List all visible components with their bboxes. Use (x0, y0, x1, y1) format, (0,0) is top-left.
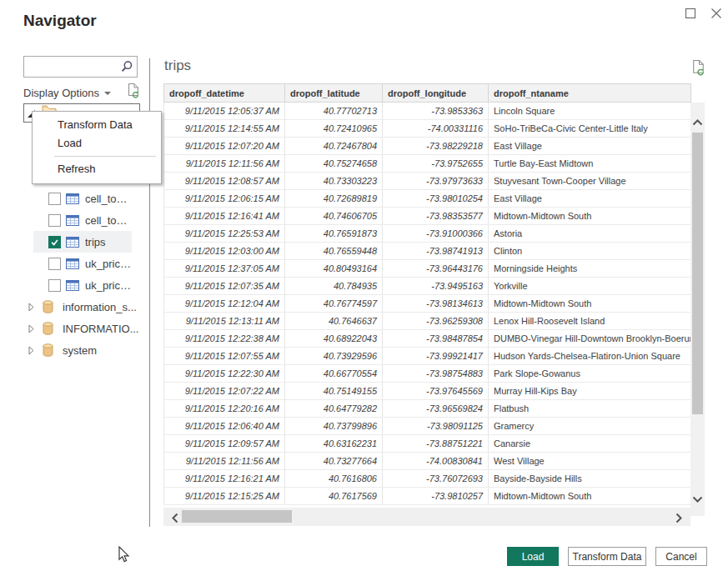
context-menu: Transform Data Load Refresh (32, 111, 162, 184)
table-row: 9/11/2015 12:20:16 AM 40.64779282 -73.96… (164, 400, 691, 418)
cell-dropoff-ntaname: Yorkville (489, 278, 691, 295)
table-icon (66, 258, 79, 269)
cell-dropoff-latitude: 40.73303223 (285, 173, 383, 190)
refresh-preview-icon[interactable] (692, 59, 705, 80)
cell-dropoff-longitude: -73.96259308 (383, 313, 489, 330)
maximize-icon[interactable] (684, 7, 697, 20)
cell-dropoff-datetime: 9/11/2015 12:07:55 AM (164, 348, 285, 365)
table-row: 9/11/2015 12:07:20 AM 40.72467804 -73.98… (164, 138, 691, 155)
checkbox[interactable] (48, 279, 61, 292)
cell-dropoff-datetime: 9/11/2015 12:06:40 AM (164, 418, 285, 435)
cell-dropoff-longitude: -73.97645569 (383, 383, 489, 400)
cell-dropoff-latitude: 40.7646637 (285, 313, 383, 330)
table-row: 9/11/2015 12:11:56 AM 40.73277664 -74.00… (164, 453, 691, 470)
chevron-expand-icon[interactable] (28, 303, 34, 312)
tree-item-label: uk_price_... (85, 279, 132, 292)
cell-dropoff-latitude: 40.76591873 (285, 225, 383, 243)
tree-item-database[interactable]: INFORMATIO... (23, 318, 142, 339)
chevron-expand-icon[interactable] (28, 324, 34, 333)
cell-dropoff-ntaname: SoHo-TriBeCa-Civic Center-Little Italy (489, 120, 691, 138)
table-row: 9/11/2015 12:03:00 AM 40.76559448 -73.98… (164, 243, 691, 260)
database-icon (43, 300, 53, 313)
tree-item-table[interactable]: cell_towe... (33, 188, 132, 209)
vertical-scrollbar-thumb[interactable] (692, 133, 703, 414)
tree-item-label: INFORMATIO... (63, 323, 138, 335)
display-options-dropdown[interactable]: Display Options (23, 87, 111, 99)
tree-item-database[interactable]: system (23, 339, 142, 361)
cell-dropoff-longitude: -73.9752655 (383, 155, 489, 173)
chevron-expand-icon[interactable] (28, 346, 34, 355)
tree-item-label: system (63, 344, 97, 357)
cell-dropoff-ntaname: Canarsie (489, 435, 691, 453)
cell-dropoff-ntaname: Stuyvesant Town-Cooper Village (489, 173, 691, 190)
scroll-down-icon[interactable] (692, 491, 703, 506)
cell-dropoff-ntaname: East Village (489, 138, 691, 155)
cell-dropoff-ntaname: Clinton (489, 243, 691, 260)
search-icon[interactable] (120, 60, 133, 73)
cell-dropoff-latitude: 40.7616806 (285, 470, 383, 488)
navigator-dialog: Navigator Display Options (0, 0, 728, 576)
table-icon (66, 280, 79, 291)
table-header-row: dropoff_datetime dropoff_latitude dropof… (164, 84, 691, 103)
cell-dropoff-ntaname: Morningside Heights (489, 260, 691, 278)
scroll-right-icon[interactable] (675, 512, 682, 527)
cell-dropoff-longitude: -73.96443176 (383, 260, 489, 278)
refresh-source-icon[interactable] (128, 83, 140, 103)
cell-dropoff-datetime: 9/11/2015 12:11:56 AM (164, 155, 285, 173)
vertical-scrollbar[interactable] (690, 103, 705, 516)
tree-item-database[interactable]: information_s... (23, 296, 142, 318)
table-row: 9/11/2015 12:12:04 AM 40.76774597 -73.98… (164, 295, 691, 313)
tree-item-table[interactable]: uk_price_... (33, 274, 132, 296)
cell-dropoff-datetime: 9/11/2015 12:08:57 AM (164, 173, 285, 190)
column-header-dropoff-datetime[interactable]: dropoff_datetime (164, 84, 285, 103)
cell-dropoff-latitude: 40.63162231 (285, 435, 383, 453)
menu-item-load[interactable]: Load (33, 134, 161, 153)
column-header-dropoff-ntaname[interactable]: dropoff_ntaname (489, 84, 691, 103)
tree-item-table[interactable]: cell_towe... (33, 209, 132, 231)
preview-table: dropoff_datetime dropoff_latitude dropof… (163, 83, 691, 505)
cell-dropoff-longitude: -73.9495163 (383, 278, 489, 295)
horizontal-scrollbar-thumb[interactable] (182, 510, 292, 523)
cell-dropoff-longitude: -73.98754883 (383, 365, 489, 383)
checkbox[interactable] (48, 214, 61, 227)
cell-dropoff-longitude: -73.98134613 (383, 295, 489, 313)
search-box[interactable] (23, 56, 138, 78)
cell-dropoff-datetime: 9/11/2015 12:13:11 AM (164, 313, 285, 330)
cell-dropoff-latitude: 40.7617569 (285, 488, 383, 505)
checkbox[interactable] (48, 236, 61, 248)
cell-dropoff-latitude: 40.75149155 (285, 383, 383, 400)
close-icon[interactable] (710, 7, 723, 20)
table-row: 9/11/2015 12:15:25 AM 40.7617569 -73.981… (164, 488, 691, 505)
cell-dropoff-ntaname: Murray Hill-Kips Bay (489, 383, 691, 400)
checkbox[interactable] (48, 258, 61, 270)
tree-item-table[interactable]: uk_price_... (33, 253, 132, 274)
cell-dropoff-longitude: -73.98229218 (383, 138, 489, 155)
search-input[interactable] (24, 59, 120, 74)
cell-dropoff-longitude: -73.98091125 (383, 418, 489, 435)
menu-separator (54, 156, 156, 157)
cell-dropoff-longitude: -73.9810257 (383, 488, 489, 505)
preview-table-body: 9/11/2015 12:05:37 AM 40.77702713 -73.98… (164, 103, 691, 505)
table-row: 9/11/2015 12:22:38 AM 40.68922043 -73.98… (164, 330, 691, 348)
cell-dropoff-ntaname: Astoria (489, 225, 691, 243)
cell-dropoff-latitude: 40.73277664 (285, 453, 383, 470)
cell-dropoff-datetime: 9/11/2015 12:22:38 AM (164, 330, 285, 348)
tree-item-label: cell_towe... (85, 193, 132, 205)
cell-dropoff-datetime: 9/11/2015 12:16:41 AM (164, 208, 285, 225)
tree-item-table[interactable]: trips (33, 231, 132, 253)
menu-item-refresh[interactable]: Refresh (33, 160, 161, 178)
transform-data-button[interactable]: Transform Data (568, 547, 646, 566)
horizontal-scrollbar[interactable] (163, 508, 690, 526)
cell-dropoff-datetime: 9/11/2015 12:22:30 AM (164, 365, 285, 383)
scroll-up-icon[interactable] (692, 114, 703, 129)
column-header-dropoff-longitude[interactable]: dropoff_longitude (383, 84, 489, 103)
cancel-button[interactable]: Cancel (655, 547, 707, 566)
load-button[interactable]: Load (507, 547, 559, 566)
cell-dropoff-datetime: 9/11/2015 12:09:57 AM (164, 435, 285, 453)
scroll-left-icon[interactable] (172, 512, 178, 527)
table-row: 9/11/2015 12:07:55 AM 40.73929596 -73.99… (164, 348, 691, 365)
column-header-dropoff-latitude[interactable]: dropoff_latitude (285, 84, 383, 103)
menu-item-transform-data[interactable]: Transform Data (33, 116, 161, 134)
checkbox[interactable] (48, 193, 61, 205)
chevron-down-icon (104, 92, 111, 95)
